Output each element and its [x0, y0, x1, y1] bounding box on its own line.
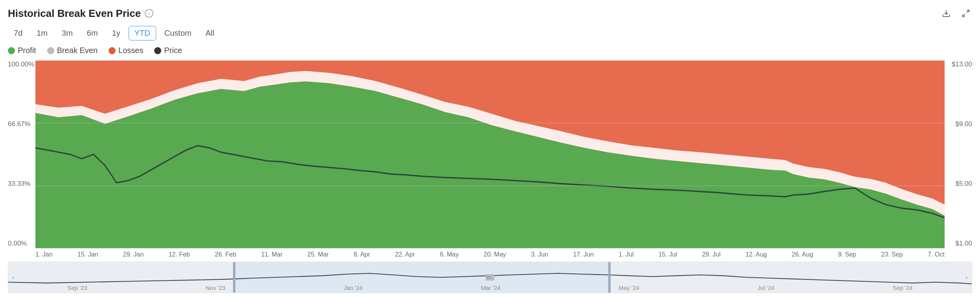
chart-svg-wrapper [35, 60, 945, 248]
legend-price: Price [154, 46, 182, 55]
legend-breakeven: Break Even [47, 46, 98, 55]
main-chart[interactable]: 100.00% 66.67% 33.33% 0.00% $13.00 $9.00… [8, 60, 972, 260]
y-label-67: 66.67% [8, 120, 35, 128]
x-label-8: 22. Apr [395, 251, 415, 258]
x-label-5: 11. Mar [261, 251, 282, 258]
mini-label-3: Mar '24 [481, 284, 501, 291]
svg-line-2 [963, 14, 965, 16]
mini-label-0: Sep '23 [67, 284, 87, 291]
x-label-2: 29. Jan [123, 251, 144, 258]
download-icon[interactable] [940, 7, 952, 20]
mini-label-6: Sep '24 [893, 284, 912, 291]
mini-label-4: May '24 [619, 284, 639, 291]
y-axis-right: $13.00 $9.00 $5.00 $1.00 [945, 60, 972, 248]
price-dot [154, 47, 161, 54]
x-label-16: 12. Aug [746, 251, 767, 258]
header-right [940, 7, 972, 20]
time-filters: 7d 1m 3m 6m 1y YTD Custom All [8, 26, 972, 40]
y-right-13: $13.00 [952, 60, 972, 68]
x-label-4: 26. Feb [215, 251, 236, 258]
x-label-13: 1. Jul [619, 251, 634, 258]
page-title: Historical Break Even Price [8, 7, 141, 20]
y-axis-left: 100.00% 66.67% 33.33% 0.00% [8, 60, 35, 248]
y-right-5: $5.00 [955, 180, 972, 188]
x-axis: 1. Jan 15. Jan 29. Jan 12. Feb 26. Feb 1… [35, 249, 945, 260]
filter-custom[interactable]: Custom [158, 26, 197, 40]
filter-all[interactable]: All [200, 26, 220, 40]
y-label-33: 33.33% [8, 180, 35, 188]
x-label-7: 8. Apr [354, 251, 370, 258]
x-label-6: 25. Mar [308, 251, 329, 258]
x-label-17: 26. Aug [792, 251, 813, 258]
x-label-0: 1. Jan [35, 251, 53, 258]
header: Historical Break Even Price i [8, 7, 972, 20]
filter-7d[interactable]: 7d [8, 26, 28, 40]
mini-chart[interactable]: Sep '23 Nov '23 Jan '24 Mar '24 May '24 … [8, 262, 972, 293]
x-label-14: 15. Jul [659, 251, 677, 258]
mini-labels: Sep '23 Nov '23 Jan '24 Mar '24 May '24 … [8, 284, 972, 291]
legend-profit: Profit [8, 46, 36, 55]
x-label-1: 15. Jan [77, 251, 98, 258]
losses-label: Losses [118, 46, 143, 55]
x-label-11: 3. Jun [531, 251, 548, 258]
y-label-0: 0.00% [8, 240, 35, 248]
mini-scroll-right[interactable]: › [962, 273, 971, 282]
x-label-18: 9. Sep [838, 251, 856, 258]
main-container: Historical Break Even Price i [0, 0, 980, 297]
x-label-20: 7. Oct [928, 251, 945, 258]
svg-line-1 [967, 10, 969, 13]
price-label: Price [164, 46, 182, 55]
x-label-10: 20. May [484, 251, 506, 258]
profit-label: Profit [18, 46, 36, 55]
filter-1m[interactable]: 1m [31, 26, 53, 40]
x-label-19: 23. Sep [881, 251, 903, 258]
y-right-1: $1.00 [955, 240, 972, 248]
losses-dot [109, 47, 116, 54]
filter-3m[interactable]: 3m [56, 26, 79, 40]
header-left: Historical Break Even Price i [8, 7, 153, 20]
chart-area: 100.00% 66.67% 33.33% 0.00% $13.00 $9.00… [8, 60, 972, 293]
y-label-100: 100.00% [8, 60, 35, 68]
filter-1y[interactable]: 1y [106, 26, 126, 40]
x-label-9: 6. May [440, 251, 459, 258]
mini-scroll-left[interactable]: ‹ [9, 273, 18, 282]
mini-label-5: Jul '24 [757, 284, 774, 291]
legend-losses: Losses [109, 46, 143, 55]
breakeven-label: Break Even [57, 46, 98, 55]
filter-ytd[interactable]: YTD [129, 26, 156, 40]
mini-label-1: Nov '23 [206, 284, 225, 291]
main-chart-svg [35, 60, 945, 248]
info-icon[interactable]: i [145, 9, 153, 18]
x-label-15: 29. Jul [702, 251, 720, 258]
breakeven-dot [47, 47, 54, 54]
filter-6m[interactable]: 6m [81, 26, 104, 40]
mini-label-2: Jan '24 [344, 284, 363, 291]
x-label-3: 12. Feb [169, 251, 190, 258]
y-right-9: $9.00 [955, 120, 972, 128]
expand-icon[interactable] [960, 7, 972, 20]
profit-dot [8, 47, 15, 54]
x-label-12: 17. Jun [573, 251, 593, 258]
legend: Profit Break Even Losses Price [8, 46, 972, 55]
